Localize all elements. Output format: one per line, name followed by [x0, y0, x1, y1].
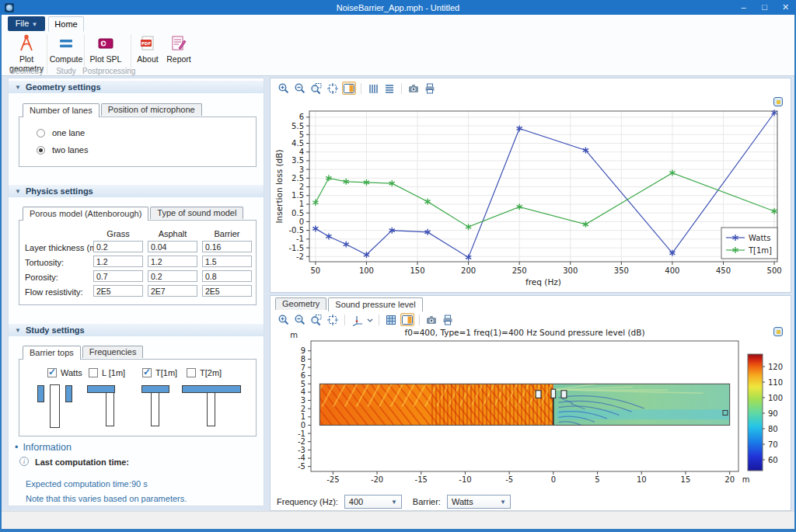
- svg-text:Watts: Watts: [749, 234, 770, 242]
- spl-chart: f0=400, Type=1 freq(1)=400 Hz Sound pres…: [272, 327, 787, 492]
- barrier-select[interactable]: Watts▼: [447, 495, 511, 509]
- watts-barrier-icon: [50, 384, 60, 428]
- zoom-extents-icon[interactable]: [326, 82, 340, 95]
- print-icon[interactable]: [423, 82, 437, 95]
- zoom-in-icon[interactable]: [277, 313, 291, 326]
- barrier-label: Barrier:: [413, 497, 441, 506]
- tab-home[interactable]: Home: [48, 16, 84, 32]
- watts-barrier-icon: [37, 385, 44, 402]
- app-icon: [5, 3, 14, 12]
- svg-text:15: 15: [681, 475, 691, 484]
- section-study-settings[interactable]: ▼ Study settings: [9, 324, 264, 336]
- input-layer-barrier[interactable]: [202, 241, 252, 252]
- report-button[interactable]: Report: [162, 33, 196, 64]
- checkbox-watts[interactable]: Watts: [47, 368, 82, 377]
- tab-number-of-lanes[interactable]: Number of lanes: [23, 103, 100, 117]
- maximize-button[interactable]: □: [754, 0, 775, 15]
- input-tortuosity-asphalt[interactable]: [148, 256, 197, 267]
- about-button[interactable]: PDF About: [132, 33, 163, 64]
- zoom-in-icon[interactable]: [277, 82, 291, 95]
- zoom-box-icon[interactable]: [309, 82, 323, 95]
- radio-icon[interactable]: [37, 146, 45, 155]
- checkbox-t2m[interactable]: T[2m]: [187, 368, 222, 377]
- svg-text:4.5: 4.5: [292, 139, 304, 148]
- tab-frequencies[interactable]: Frequencies: [82, 346, 144, 358]
- row-label-flow-resistivity: Flow resistivity:: [25, 287, 83, 297]
- section-geometry-settings[interactable]: ▼ Geometry settings: [9, 81, 264, 93]
- toolbar-separator: [344, 315, 345, 325]
- checkbox-icon[interactable]: [142, 368, 152, 377]
- compute-button[interactable]: Compute: [48, 33, 84, 64]
- view-orientation-icon[interactable]: [350, 313, 364, 326]
- settings-sidebar: ▼ Geometry settings Number of lanes Posi…: [8, 78, 264, 506]
- grid-icon[interactable]: [384, 313, 398, 326]
- zoom-out-icon[interactable]: [293, 313, 307, 326]
- chevron-down-icon[interactable]: [366, 313, 374, 326]
- svg-text:m: m: [742, 475, 750, 484]
- svg-text:200: 200: [461, 266, 476, 275]
- zoom-out-icon[interactable]: [293, 82, 307, 95]
- image-snapshot-icon[interactable]: [407, 82, 421, 95]
- row-label-tortuosity: Tortuosity:: [25, 258, 64, 267]
- input-flow-barrier[interactable]: [202, 285, 252, 297]
- watts-barrier-icon: [65, 385, 72, 402]
- input-porosity-grass[interactable]: [93, 270, 143, 282]
- column-header-grass: Grass: [93, 229, 143, 238]
- file-menu-button[interactable]: File ▼: [8, 16, 45, 31]
- tab-porous-model[interactable]: Porous model (Attenborough): [23, 207, 148, 221]
- svg-text:-15: -15: [415, 475, 428, 484]
- checkbox-icon[interactable]: [47, 368, 57, 377]
- radio-icon[interactable]: [37, 129, 45, 137]
- grid-vertical-icon[interactable]: [366, 82, 380, 95]
- show-plot-controls-icon[interactable]: [400, 313, 414, 326]
- row-label-layer-thickness: Layer thickness (m):: [25, 243, 102, 252]
- zoom-extents-icon[interactable]: [326, 313, 340, 326]
- minimize-button[interactable]: –: [733, 0, 754, 15]
- compute-icon: [56, 33, 76, 54]
- input-porosity-asphalt[interactable]: [148, 270, 197, 282]
- lanes-group-box: [19, 116, 257, 167]
- tab-sound-pressure-level[interactable]: Sound pressure level: [328, 297, 422, 311]
- svg-text:-10: -10: [459, 475, 471, 484]
- tab-barrier-tops[interactable]: Barrier tops: [23, 346, 81, 360]
- input-flow-asphalt[interactable]: [148, 285, 197, 297]
- tab-sound-model[interactable]: Type of sound model: [150, 207, 243, 219]
- input-tortuosity-barrier[interactable]: [202, 256, 252, 267]
- close-button[interactable]: ✕: [775, 0, 796, 15]
- radio-two-lanes[interactable]: two lanes: [37, 145, 88, 155]
- plot-spl-button[interactable]: Plot SPL: [86, 33, 126, 64]
- svg-text:6: 6: [301, 371, 305, 380]
- checkbox-icon[interactable]: [89, 368, 98, 377]
- spl-colorbar: 60708090100110120: [748, 354, 783, 471]
- tab-geometry-view[interactable]: Geometry: [275, 297, 326, 310]
- input-layer-grass[interactable]: [93, 241, 143, 252]
- input-tortuosity-grass[interactable]: [93, 256, 143, 267]
- grid-horizontal-icon[interactable]: [382, 82, 396, 95]
- input-flow-grass[interactable]: [93, 285, 143, 297]
- window-title: NoiseBarrier_App.mph - Untitled: [0, 3, 796, 12]
- chevron-down-icon: ▼: [500, 499, 506, 506]
- frequency-select[interactable]: 400▼: [344, 495, 402, 509]
- input-porosity-barrier[interactable]: [202, 270, 252, 282]
- insertion-loss-panel: 50100150200250300350400450500-2-1.5-1-0.…: [270, 78, 791, 293]
- checkbox-l1m[interactable]: L [1m]: [89, 368, 125, 377]
- ribbon-separator: [131, 34, 131, 74]
- chevron-down-icon: ▼: [391, 499, 397, 506]
- study-tabs: Barrier tops Frequencies: [23, 346, 143, 360]
- show-plot-controls-icon[interactable]: [342, 82, 356, 95]
- svg-text:70: 70: [768, 440, 778, 449]
- input-layer-asphalt[interactable]: [148, 241, 197, 252]
- section-physics-settings[interactable]: ▼ Physics settings: [9, 185, 264, 197]
- tab-position-of-microphone[interactable]: Position of microphone: [101, 103, 202, 116]
- svg-text:3: 3: [299, 165, 304, 174]
- radio-one-lane[interactable]: one lane: [37, 128, 85, 137]
- checkbox-t1m[interactable]: T[1m]: [142, 368, 177, 377]
- print-icon[interactable]: [441, 313, 455, 326]
- svg-text:T[1m]: T[1m]: [748, 246, 772, 255]
- ribbon-separator: [47, 34, 47, 74]
- checkbox-icon[interactable]: [187, 368, 196, 377]
- image-snapshot-icon[interactable]: [424, 313, 438, 326]
- svg-text:7: 7: [301, 363, 305, 372]
- t1-barrier-icon: [151, 392, 159, 426]
- zoom-box-icon[interactable]: [309, 313, 323, 326]
